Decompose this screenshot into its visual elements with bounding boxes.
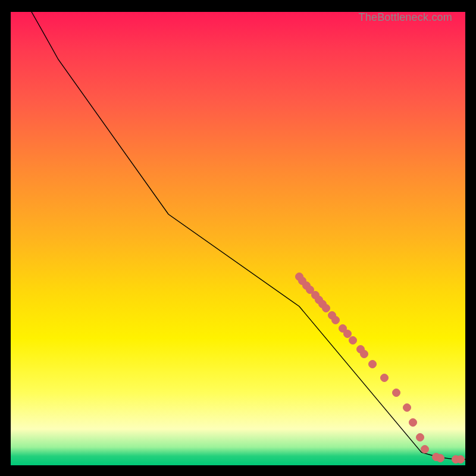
scatter-dot [361, 350, 368, 358]
scatter-dot [403, 404, 411, 412]
scatter-dot [381, 374, 389, 382]
scatter-dot [322, 305, 330, 312]
scatter-dot [332, 317, 340, 324]
scatter-dots [296, 273, 465, 464]
scatter-dot [409, 419, 417, 427]
scatter-dot [457, 456, 465, 464]
plot-area: TheBottleneck.com [11, 12, 465, 465]
scatter-dot [344, 330, 352, 338]
scatter-dot [421, 446, 429, 453]
scatter-dot [369, 361, 377, 368]
chart-overlay-svg [11, 12, 465, 465]
scatter-dot [393, 389, 400, 397]
chart-frame: TheBottleneck.com [0, 0, 476, 476]
scatter-dot [349, 337, 357, 345]
scatter-dot [437, 455, 444, 462]
scatter-dot [416, 434, 424, 441]
